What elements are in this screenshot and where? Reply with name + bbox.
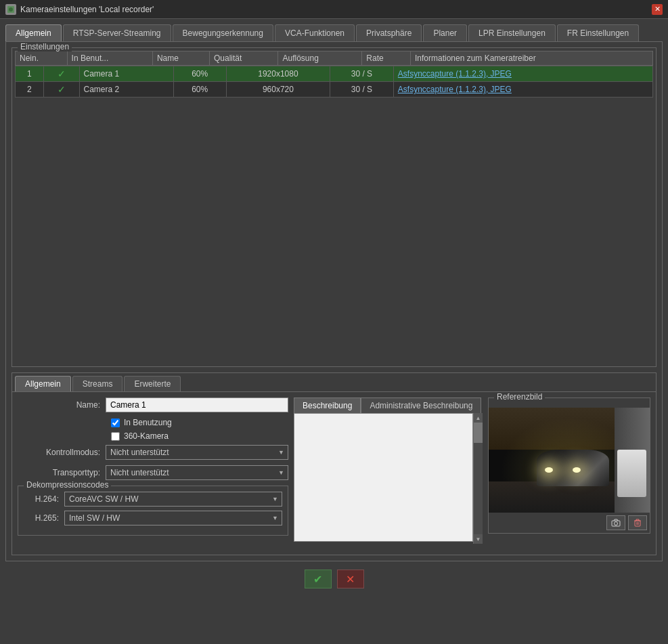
einstellungen-group: Einstellungen Nein. In Benut... Name Qua… [12,47,656,367]
scrollbar-thumb[interactable] [474,423,483,443]
cell-rate: 30 / S [330,82,394,98]
cell-name: Camera 2 [79,82,173,98]
tab-admin-beschreibung[interactable]: Administrative Beschreibung [361,398,481,413]
col-nein: Nein. [16,51,68,66]
deko-group: Dekompressionscodes H.264: CoreAVC SW / … [18,486,288,536]
360kamera-label: 360-Kamera [124,431,169,441]
kontrollmodus-select-wrapper: Nicht unterstützt [106,445,288,460]
tab-privat[interactable]: Privatsphäre [356,24,422,41]
tab-vca[interactable]: VCA-Funktionen [275,24,355,41]
name-input[interactable] [106,398,288,412]
tab-beschreibung[interactable]: Beschreibung [294,398,361,413]
title-bar: Kameraeinstellungen 'Local recorder' ✕ [0,0,668,19]
col-rate: Rate [362,51,411,66]
window-close-button[interactable]: ✕ [652,4,663,15]
h265-select-wrapper: Intel SW / HW [64,511,282,525]
form-section: Name: In Benutzung 360-Kamera [18,398,288,544]
beschreibung-section: Beschreibung Administrative Beschreibung… [294,398,483,544]
beschreibung-textarea[interactable] [294,413,473,542]
table-row[interactable]: 1 ✓ Camera 1 60% 1920x1080 30 / S Asfsyn… [16,66,653,82]
col-name: Name [152,51,209,66]
h264-select[interactable]: CoreAVC SW / HW [64,492,282,507]
bottom-buttons: ✔ ✕ [5,561,663,597]
scrollbar-up[interactable]: ▲ [474,413,483,423]
cancel-button[interactable]: ✕ [337,570,364,588]
tab-bewegung[interactable]: Bewegungserkennung [173,24,273,41]
tab-bottom-erweiterte[interactable]: Erweiterte [124,376,181,391]
cell-info: Asfsynccapture (1.1.2.3), JPEG [393,82,652,98]
tab-fr[interactable]: FR Einstellungen [557,24,639,41]
cell-inuse: ✓ [43,66,79,82]
svg-rect-4 [635,521,640,526]
cell-nein: 1 [16,66,44,82]
h264-row: H.264: CoreAVC SW / HW [24,492,282,507]
inbenutzung-checkbox[interactable] [111,418,120,427]
top-tab-bar: Allgemein RTSP-Server-Streaming Bewegung… [5,22,663,41]
cell-rate: 30 / S [330,66,394,82]
h264-label: H.264: [24,494,64,504]
bottom-tab-bar: Allgemein Streams Erweiterte [12,373,656,392]
svg-point-1 [9,7,13,12]
col-info: Informationen zum Kameratreiber [410,51,652,66]
h264-select-wrapper: CoreAVC SW / HW [64,492,282,507]
beschreibung-tabs: Beschreibung Administrative Beschreibung [294,398,483,413]
h265-select[interactable]: Intel SW / HW [64,511,282,525]
referenzbild-section: Referenzbild [488,398,650,544]
cell-nein: 2 [16,82,44,98]
inbenutzung-label: In Benutzung [124,418,172,427]
beschreibung-textarea-wrapper: ▲ ▼ [294,413,483,544]
camera-data-table: 1 ✓ Camera 1 60% 1920x1080 30 / S Asfsyn… [15,66,653,98]
360kamera-checkbox[interactable] [111,432,120,441]
col-aufloesung: Auflösung [278,51,362,66]
transporttyp-label: Transporttyp: [18,468,106,477]
einstellungen-label: Einstellungen [18,42,72,51]
tab-allgemein[interactable]: Allgemein [5,24,62,41]
headlight-right [573,467,581,473]
camera-table-container: Nein. In Benut... Name Qualität Auflösun… [15,51,653,364]
360kamera-row: 360-Kamera [18,431,288,441]
ok-button[interactable]: ✔ [305,570,332,588]
referenzbild-label: Referenzbild [494,392,545,402]
cell-quality: 60% [173,82,226,98]
white-car [617,450,646,497]
deko-group-label: Dekompressionscodes [24,480,111,490]
h265-row: H.265: Intel SW / HW [24,511,282,525]
col-qualitaet: Qualität [209,51,277,66]
tab-bottom-streams[interactable]: Streams [72,376,123,391]
name-row: Name: [18,398,288,412]
camera-table: Nein. In Benut... Name Qualität Auflösun… [15,51,653,66]
bottom-content: Name: In Benutzung 360-Kamera [12,392,656,549]
cell-resolution: 960x720 [226,82,330,98]
delete-button[interactable] [628,515,647,530]
content-area: Einstellungen Nein. In Benut... Name Qua… [5,41,663,561]
cell-quality: 60% [173,66,226,82]
transporttyp-select-wrapper: Nicht unterstützt [106,465,288,480]
cell-info: Asfsynccapture (1.1.2.3), JPEG [393,66,652,82]
kontrollmodus-row: Kontrollmodus: Nicht unterstützt [18,445,288,460]
tab-planer[interactable]: Planer [423,24,467,41]
cell-inuse: ✓ [43,82,79,98]
svg-point-3 [615,522,618,525]
tab-lpr[interactable]: LPR Einstellungen [468,24,556,41]
table-header-row: Nein. In Benut... Name Qualität Auflösun… [16,51,653,66]
bottom-section: Allgemein Streams Erweiterte Name: I [12,372,656,555]
scrollbar-down[interactable]: ▼ [474,534,483,544]
col-inbenut: In Benut... [67,51,152,66]
app-icon [5,4,16,15]
cell-name: Camera 1 [79,66,173,82]
referenzbild-group: Referenzbild [488,398,650,534]
title-bar-left: Kameraeinstellungen 'Local recorder' [5,4,154,15]
tab-rtsp[interactable]: RTSP-Server-Streaming [63,24,171,41]
table-scroll-area: 1 ✓ Camera 1 60% 1920x1080 30 / S Asfsyn… [15,66,653,364]
capture-button[interactable] [606,515,625,530]
scrollbar[interactable]: ▲ ▼ [473,413,483,544]
cell-resolution: 1920x1080 [226,66,330,82]
kontrollmodus-select[interactable]: Nicht unterstützt [106,445,288,460]
camera-preview [489,408,650,513]
kontrollmodus-label: Kontrollmodus: [18,448,106,457]
table-row[interactable]: 2 ✓ Camera 2 60% 960x720 30 / S Asfsyncc… [16,82,653,98]
tab-bottom-allgemein[interactable]: Allgemein [15,376,71,391]
main-container: Allgemein RTSP-Server-Streaming Bewegung… [0,19,668,602]
transporttyp-select[interactable]: Nicht unterstützt [106,465,288,480]
referenzbild-buttons [489,513,650,533]
